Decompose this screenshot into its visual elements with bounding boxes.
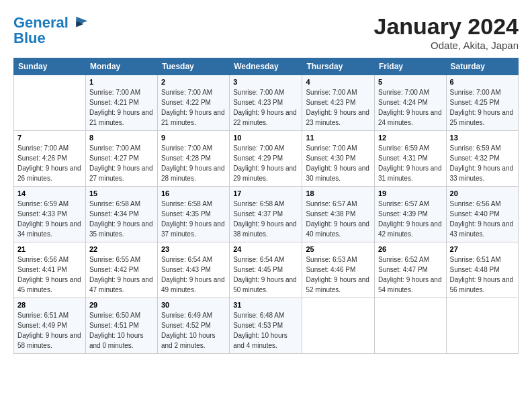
day-info: Sunrise: 6:58 AMSunset: 4:34 PMDaylight:… — [89, 199, 154, 239]
day-number: 15 — [89, 189, 154, 197]
day-info: Sunrise: 6:51 AMSunset: 4:48 PMDaylight:… — [450, 255, 515, 295]
logo-icon — [70, 13, 89, 32]
day-number: 3 — [233, 78, 298, 86]
calendar-cell: 3Sunrise: 7:00 AMSunset: 4:23 PMDaylight… — [230, 75, 302, 131]
calendar-cell: 27Sunrise: 6:51 AMSunset: 4:48 PMDayligh… — [446, 242, 518, 298]
day-number: 24 — [233, 245, 298, 253]
calendar-cell — [302, 298, 375, 354]
calendar-cell — [374, 298, 446, 354]
day-number: 29 — [89, 301, 154, 309]
calendar-cell: 1Sunrise: 7:00 AMSunset: 4:21 PMDaylight… — [85, 75, 157, 131]
weekday-header-thursday: Thursday — [302, 58, 375, 75]
day-info: Sunrise: 7:00 AMSunset: 4:27 PMDaylight:… — [89, 143, 154, 183]
day-number: 19 — [378, 189, 443, 197]
weekday-header-friday: Friday — [374, 58, 446, 75]
day-number: 4 — [306, 78, 371, 86]
day-info: Sunrise: 6:59 AMSunset: 4:32 PMDaylight:… — [450, 143, 515, 183]
title-block: January 2024 Odate, Akita, Japan — [374, 13, 519, 51]
day-info: Sunrise: 6:56 AMSunset: 4:41 PMDaylight:… — [17, 255, 82, 295]
day-number: 23 — [161, 245, 226, 253]
calendar-cell: 4Sunrise: 7:00 AMSunset: 4:23 PMDaylight… — [302, 75, 375, 131]
day-number: 31 — [233, 301, 298, 309]
calendar-cell: 9Sunrise: 7:00 AMSunset: 4:28 PMDaylight… — [157, 131, 229, 187]
logo: General Blue — [13, 13, 89, 47]
calendar-cell: 19Sunrise: 6:57 AMSunset: 4:39 PMDayligh… — [374, 187, 446, 242]
weekday-header-saturday: Saturday — [446, 58, 518, 75]
day-number: 11 — [306, 134, 371, 142]
day-info: Sunrise: 6:57 AMSunset: 4:38 PMDaylight:… — [306, 199, 371, 239]
calendar-cell: 28Sunrise: 6:51 AMSunset: 4:49 PMDayligh… — [14, 298, 86, 354]
calendar-cell: 23Sunrise: 6:54 AMSunset: 4:43 PMDayligh… — [157, 242, 229, 298]
day-number: 7 — [17, 134, 82, 142]
day-info: Sunrise: 6:57 AMSunset: 4:39 PMDaylight:… — [378, 199, 443, 239]
calendar-cell: 10Sunrise: 7:00 AMSunset: 4:29 PMDayligh… — [230, 131, 302, 187]
calendar-cell: 14Sunrise: 6:59 AMSunset: 4:33 PMDayligh… — [14, 187, 86, 242]
day-number: 1 — [89, 78, 154, 86]
page: General Blue January 2024 Odate, Akita, … — [0, 0, 532, 411]
day-number: 2 — [161, 78, 226, 86]
day-info: Sunrise: 6:53 AMSunset: 4:46 PMDaylight:… — [306, 255, 371, 295]
weekday-header-monday: Monday — [85, 58, 157, 75]
day-number: 16 — [161, 189, 226, 197]
calendar-cell — [446, 298, 518, 354]
day-info: Sunrise: 6:49 AMSunset: 4:52 PMDaylight:… — [161, 310, 226, 351]
week-row-2: 7Sunrise: 7:00 AMSunset: 4:26 PMDaylight… — [14, 131, 519, 187]
week-row-4: 21Sunrise: 6:56 AMSunset: 4:41 PMDayligh… — [14, 242, 519, 298]
location: Odate, Akita, Japan — [374, 40, 519, 51]
day-info: Sunrise: 7:00 AMSunset: 4:21 PMDaylight:… — [89, 87, 154, 128]
day-info: Sunrise: 7:00 AMSunset: 4:22 PMDaylight:… — [161, 87, 226, 128]
day-number: 9 — [161, 134, 226, 142]
day-info: Sunrise: 7:00 AMSunset: 4:26 PMDaylight:… — [17, 143, 82, 183]
calendar-cell: 6Sunrise: 7:00 AMSunset: 4:25 PMDaylight… — [446, 75, 518, 131]
day-number: 21 — [17, 245, 82, 253]
calendar-cell — [14, 75, 86, 131]
calendar-cell: 26Sunrise: 6:52 AMSunset: 4:47 PMDayligh… — [374, 242, 446, 298]
day-number: 6 — [450, 78, 515, 86]
calendar-cell: 21Sunrise: 6:56 AMSunset: 4:41 PMDayligh… — [14, 242, 86, 298]
day-info: Sunrise: 6:52 AMSunset: 4:47 PMDaylight:… — [378, 255, 443, 295]
week-row-3: 14Sunrise: 6:59 AMSunset: 4:33 PMDayligh… — [14, 187, 519, 242]
calendar-cell: 7Sunrise: 7:00 AMSunset: 4:26 PMDaylight… — [14, 131, 86, 187]
week-row-5: 28Sunrise: 6:51 AMSunset: 4:49 PMDayligh… — [14, 298, 519, 354]
day-number: 17 — [233, 189, 298, 197]
day-number: 18 — [306, 189, 371, 197]
day-number: 27 — [450, 245, 515, 253]
calendar-cell: 13Sunrise: 6:59 AMSunset: 4:32 PMDayligh… — [446, 131, 518, 187]
day-info: Sunrise: 7:00 AMSunset: 4:23 PMDaylight:… — [233, 87, 298, 128]
day-number: 22 — [89, 245, 154, 253]
calendar-cell: 17Sunrise: 6:58 AMSunset: 4:37 PMDayligh… — [230, 187, 302, 242]
day-number: 28 — [17, 301, 82, 309]
day-info: Sunrise: 7:00 AMSunset: 4:29 PMDaylight:… — [233, 143, 298, 183]
day-info: Sunrise: 6:54 AMSunset: 4:45 PMDaylight:… — [233, 255, 298, 295]
day-info: Sunrise: 6:58 AMSunset: 4:35 PMDaylight:… — [161, 199, 226, 239]
weekday-header-wednesday: Wednesday — [230, 58, 302, 75]
calendar-cell: 11Sunrise: 7:00 AMSunset: 4:30 PMDayligh… — [302, 131, 375, 187]
month-title: January 2024 — [374, 13, 519, 40]
day-number: 20 — [450, 189, 515, 197]
calendar-cell: 12Sunrise: 6:59 AMSunset: 4:31 PMDayligh… — [374, 131, 446, 187]
day-info: Sunrise: 6:56 AMSunset: 4:40 PMDaylight:… — [450, 199, 515, 239]
day-number: 10 — [233, 134, 298, 142]
day-info: Sunrise: 6:59 AMSunset: 4:31 PMDaylight:… — [378, 143, 443, 183]
logo-text: General — [13, 15, 69, 31]
weekday-header-sunday: Sunday — [14, 58, 86, 75]
day-number: 5 — [378, 78, 443, 86]
day-info: Sunrise: 6:50 AMSunset: 4:51 PMDaylight:… — [89, 310, 154, 351]
weekday-header-row: SundayMondayTuesdayWednesdayThursdayFrid… — [14, 58, 519, 75]
day-info: Sunrise: 7:00 AMSunset: 4:24 PMDaylight:… — [378, 87, 443, 128]
day-number: 8 — [89, 134, 154, 142]
calendar-cell: 31Sunrise: 6:48 AMSunset: 4:53 PMDayligh… — [230, 298, 302, 354]
calendar-cell: 18Sunrise: 6:57 AMSunset: 4:38 PMDayligh… — [302, 187, 375, 242]
day-info: Sunrise: 6:54 AMSunset: 4:43 PMDaylight:… — [161, 255, 226, 295]
calendar-cell: 20Sunrise: 6:56 AMSunset: 4:40 PMDayligh… — [446, 187, 518, 242]
calendar-cell: 30Sunrise: 6:49 AMSunset: 4:52 PMDayligh… — [157, 298, 229, 354]
day-info: Sunrise: 7:00 AMSunset: 4:30 PMDaylight:… — [306, 143, 371, 183]
calendar-cell: 8Sunrise: 7:00 AMSunset: 4:27 PMDaylight… — [85, 131, 157, 187]
day-number: 25 — [306, 245, 371, 253]
day-number: 26 — [378, 245, 443, 253]
day-info: Sunrise: 6:59 AMSunset: 4:33 PMDaylight:… — [17, 199, 82, 239]
calendar-cell: 16Sunrise: 6:58 AMSunset: 4:35 PMDayligh… — [157, 187, 229, 242]
day-info: Sunrise: 7:00 AMSunset: 4:28 PMDaylight:… — [161, 143, 226, 183]
day-number: 14 — [17, 189, 82, 197]
header: General Blue January 2024 Odate, Akita, … — [13, 13, 519, 51]
